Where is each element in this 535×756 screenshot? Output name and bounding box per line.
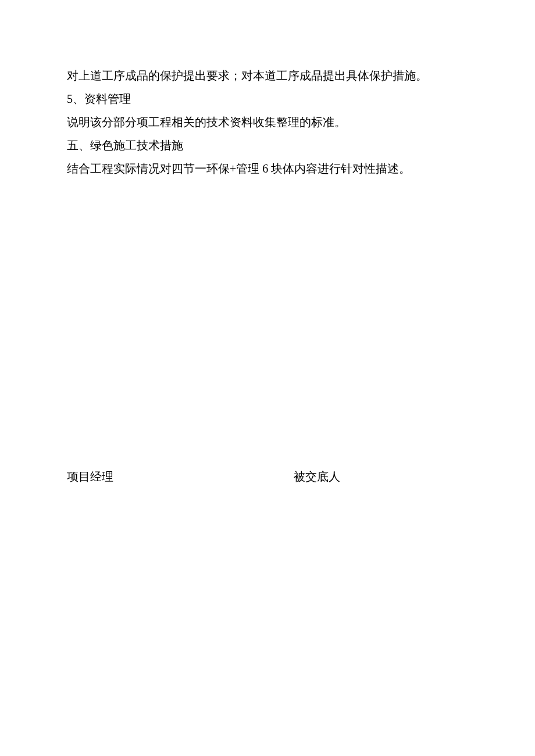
body-line: 对上道工序成品的保护提出要求；对本道工序成品提出具体保护措施。 [67, 64, 468, 87]
signature-right-label: 被交底人 [294, 465, 468, 488]
body-line: 5、资料管理 [67, 87, 468, 110]
document-page: 对上道工序成品的保护提出要求；对本道工序成品提出具体保护措施。 5、资料管理 说… [0, 0, 535, 488]
body-line: 说明该分部分项工程相关的技术资料收集整理的标准。 [67, 110, 468, 134]
body-line: 结合工程实际情况对四节一环保+管理 6 块体内容进行针对性描述。 [67, 157, 468, 180]
signature-row: 项目经理 被交底人 [67, 465, 468, 488]
signature-left-label: 项目经理 [67, 465, 294, 488]
body-line: 五、绿色施工技术措施 [67, 134, 468, 157]
